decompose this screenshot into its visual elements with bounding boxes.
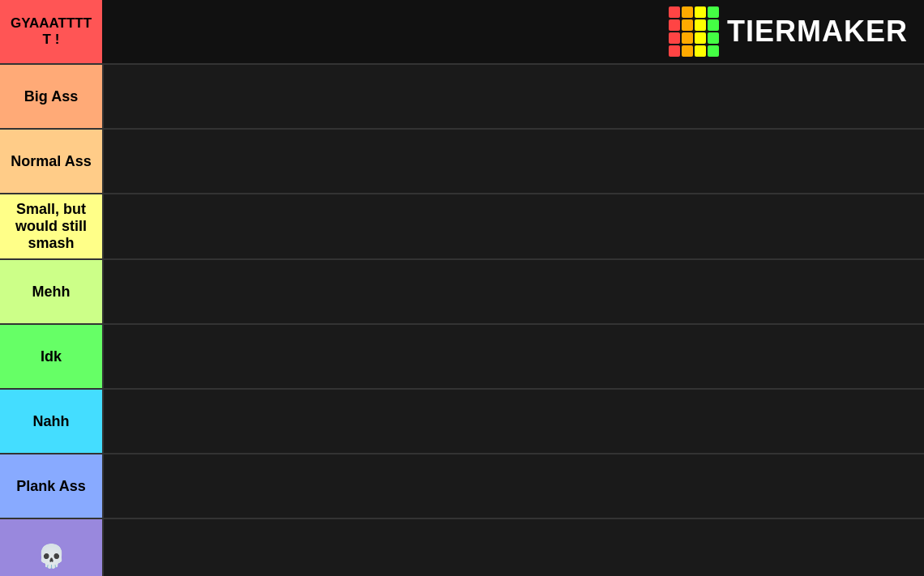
tier-row-normal-ass: Normal Ass	[0, 130, 924, 194]
tier-label-skull: 💀	[0, 519, 102, 576]
logo-cell	[669, 6, 680, 18]
logo-text: TiERMAKER	[727, 15, 908, 49]
logo-cell	[695, 45, 706, 57]
logo-cell	[695, 19, 706, 31]
tier-label-plank-ass: Plank Ass	[0, 454, 102, 518]
tier-content-skull[interactable]	[102, 519, 924, 576]
tier-row-big-ass: Big Ass	[0, 65, 924, 130]
header-row: GYAAATTTTT ! TiERMAKER	[0, 0, 924, 65]
header-title: GYAAATTTTT !	[6, 15, 96, 48]
tier-label-small-smash: Small, but would still smash	[0, 194, 102, 258]
tier-rows: Big AssNormal AssSmall, but would still …	[0, 65, 924, 576]
logo-cell	[708, 45, 719, 57]
logo-cell	[682, 32, 693, 44]
logo-cell	[708, 32, 719, 44]
tier-row-plank-ass: Plank Ass	[0, 454, 924, 519]
logo-cell	[669, 19, 680, 31]
logo-cell	[708, 6, 719, 18]
tier-row-nahh: Nahh	[0, 390, 924, 454]
logo-cell	[708, 19, 719, 31]
tier-row-small-smash: Small, but would still smash	[0, 194, 924, 260]
tier-row-idk: Idk	[0, 325, 924, 390]
tier-content-idk[interactable]	[102, 325, 924, 388]
logo-cell	[669, 32, 680, 44]
header-right: TiERMAKER	[102, 0, 924, 63]
header-tier-label: GYAAATTTTT !	[0, 0, 102, 63]
tier-content-nahh[interactable]	[102, 390, 924, 453]
tier-label-idk: Idk	[0, 325, 102, 388]
tiermaker-logo: TiERMAKER	[669, 6, 908, 57]
tier-label-nahh: Nahh	[0, 390, 102, 453]
tier-content-normal-ass[interactable]	[102, 130, 924, 193]
tier-label-normal-ass: Normal Ass	[0, 130, 102, 193]
tier-content-small-smash[interactable]	[102, 194, 924, 258]
logo-cell	[682, 45, 693, 57]
tier-label-big-ass: Big Ass	[0, 65, 102, 128]
tier-content-plank-ass[interactable]	[102, 454, 924, 518]
logo-cell	[682, 19, 693, 31]
logo-cell	[669, 45, 680, 57]
tier-row-skull: 💀	[0, 519, 924, 576]
tier-row-mehh: Mehh	[0, 260, 924, 325]
tier-label-mehh: Mehh	[0, 260, 102, 323]
logo-cell	[695, 6, 706, 18]
logo-cell	[695, 32, 706, 44]
logo-cell	[682, 6, 693, 18]
logo-grid	[669, 6, 719, 57]
tier-content-big-ass[interactable]	[102, 65, 924, 128]
tier-content-mehh[interactable]	[102, 260, 924, 323]
